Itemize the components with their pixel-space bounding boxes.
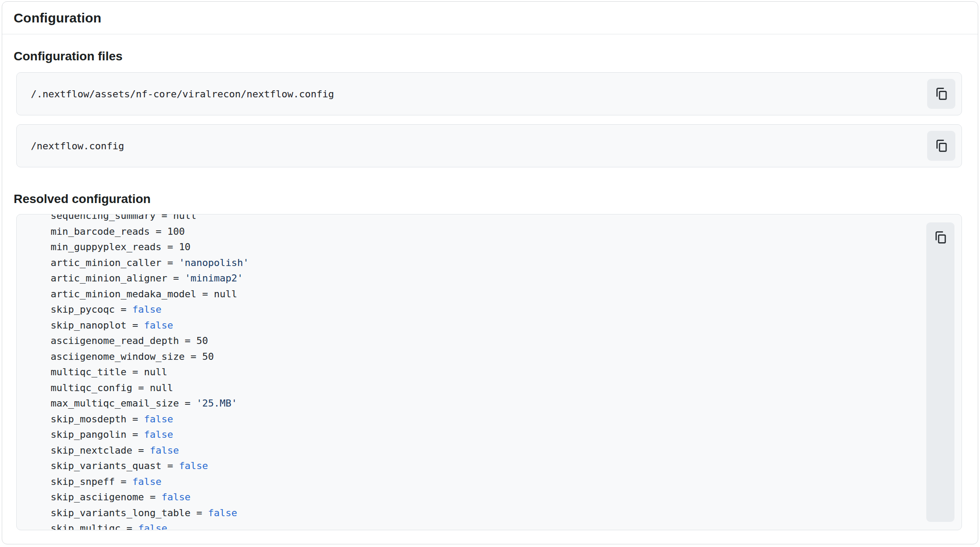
config-param-value: '25.MB' (196, 398, 237, 409)
config-file-row: /.nextflow/assets/nf-core/viralrecon/nex… (16, 72, 962, 115)
config-param-value: false (144, 429, 173, 440)
config-param-value: 100 (167, 226, 185, 237)
copy-icon (933, 230, 948, 246)
config-param-name: skip_snpeff = (27, 476, 132, 487)
config-param-name: skip_nextclade = (27, 445, 150, 456)
config-line: skip_multiqc = false (27, 521, 919, 530)
configuration-files-heading: Configuration files (14, 49, 967, 63)
copy-icon (934, 86, 949, 101)
resolved-configuration-heading: Resolved configuration (14, 192, 967, 206)
config-param-value: false (162, 492, 191, 503)
config-param-value: null (214, 288, 237, 299)
config-param-value: false (208, 507, 237, 518)
copy-button[interactable] (927, 79, 955, 109)
config-param-value: 50 (196, 335, 208, 346)
config-line: skip_nextclade = false (27, 443, 919, 458)
config-param-value: false (179, 460, 208, 471)
config-file-row: /nextflow.config (16, 124, 962, 167)
config-param-name: multiqc_title = (27, 366, 144, 377)
config-line: artic_minion_medaka_model = null (27, 286, 919, 302)
configuration-card: Configuration Configuration files /.next… (2, 1, 978, 544)
config-param-value: false (144, 320, 173, 331)
config-param-name: sequencing_summary = (27, 214, 173, 221)
config-param-name: skip_variants_long_table = (27, 507, 208, 518)
resolved-config-scroll-area[interactable]: sequencing_summary = null min_barcode_re… (17, 214, 919, 530)
config-param-name: skip_multiqc = (27, 523, 138, 530)
resolved-config-block: sequencing_summary = null min_barcode_re… (16, 214, 962, 530)
page-title: Configuration (14, 11, 966, 26)
config-param-name: artic_minion_aligner = (27, 273, 185, 284)
config-param-name: artic_minion_medaka_model = (27, 288, 214, 299)
config-param-name: min_guppyplex_reads = (27, 241, 179, 252)
card-body: Configuration files /.nextflow/assets/nf… (2, 34, 978, 543)
config-param-name: multiqc_config = (27, 382, 150, 393)
config-param-value: null (173, 214, 196, 221)
config-param-name: skip_variants_quast = (27, 460, 179, 471)
config-param-value: null (150, 382, 173, 393)
config-line: sequencing_summary = null (27, 214, 919, 224)
config-line: artic_minion_caller = 'nanopolish' (27, 255, 919, 271)
config-param-name: skip_pycoqc = (27, 304, 132, 315)
config-line: skip_snpeff = false (27, 474, 919, 490)
config-param-value: false (150, 445, 179, 456)
config-param-name: artic_minion_caller = (27, 257, 179, 268)
config-param-name: skip_nanoplot = (27, 320, 144, 331)
card-header: Configuration (2, 2, 978, 34)
config-line: skip_asciigenome = false (27, 489, 919, 505)
config-param-value: 'minimap2' (185, 273, 243, 284)
config-param-name: min_barcode_reads = (27, 226, 167, 237)
config-line: skip_variants_quast = false (27, 458, 919, 474)
config-line: asciigenome_read_depth = 50 (27, 333, 919, 349)
config-line: multiqc_config = null (27, 380, 919, 396)
config-line: skip_nanoplot = false (27, 318, 919, 333)
config-param-name: skip_asciigenome = (27, 492, 162, 503)
config-param-value: 10 (179, 241, 191, 252)
copy-button[interactable] (926, 222, 954, 522)
config-file-path: /.nextflow/assets/nf-core/viralrecon/nex… (31, 89, 334, 100)
config-param-value: 50 (202, 351, 214, 362)
config-param-name: asciigenome_window_size = (27, 351, 202, 362)
config-line: asciigenome_window_size = 50 (27, 349, 919, 365)
copy-icon (934, 138, 949, 153)
config-line: max_multiqc_email_size = '25.MB' (27, 395, 919, 411)
resolved-config-code: sequencing_summary = null min_barcode_re… (27, 214, 919, 530)
config-line: skip_variants_long_table = false (27, 505, 919, 521)
config-param-name: skip_pangolin = (27, 429, 144, 440)
config-line: min_guppyplex_reads = 10 (27, 239, 919, 255)
config-param-name: max_multiqc_email_size = (27, 398, 196, 409)
config-param-value: false (144, 414, 173, 425)
copy-button[interactable] (927, 131, 955, 161)
config-param-value: false (132, 476, 161, 487)
config-line: multiqc_title = null (27, 364, 919, 380)
config-param-value: null (144, 366, 167, 377)
config-param-value: 'nanopolish' (179, 257, 249, 268)
config-line: skip_pycoqc = false (27, 302, 919, 318)
config-line: artic_minion_aligner = 'minimap2' (27, 270, 919, 286)
config-line: min_barcode_reads = 100 (27, 224, 919, 240)
config-line: skip_mosdepth = false (27, 411, 919, 427)
config-param-value: false (138, 523, 167, 530)
config-file-path: /nextflow.config (31, 140, 124, 152)
config-param-value: false (132, 304, 161, 315)
config-param-name: asciigenome_read_depth = (27, 335, 196, 346)
config-line: skip_pangolin = false (27, 427, 919, 443)
config-param-name: skip_mosdepth = (27, 414, 144, 425)
